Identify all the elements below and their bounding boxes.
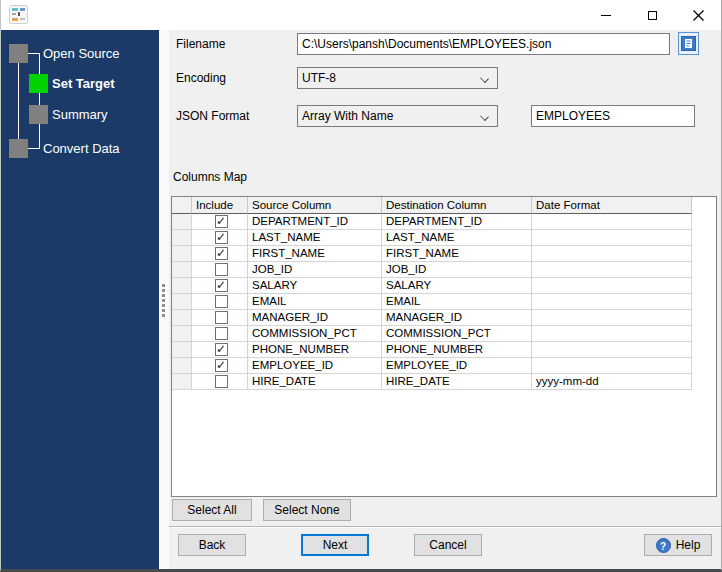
sidebar-splitter[interactable] — [159, 30, 169, 569]
app-icon — [9, 5, 28, 24]
date-format-cell — [532, 278, 692, 294]
include-checkbox[interactable] — [215, 327, 228, 340]
include-cell — [192, 342, 248, 358]
encoding-dropdown[interactable]: UTF-8 — [297, 67, 498, 89]
date-format-cell — [532, 294, 692, 310]
row-selector-cell[interactable] — [172, 358, 192, 374]
table-row[interactable]: EMPLOYEE_IDEMPLOYEE_ID — [172, 358, 692, 374]
close-button[interactable] — [675, 0, 721, 30]
include-checkbox[interactable] — [215, 311, 228, 324]
select-none-button[interactable]: Select None — [263, 499, 351, 521]
date-format-cell — [532, 310, 692, 326]
table-header-row: Include Source Column Destination Column… — [172, 197, 692, 214]
destination-column-cell: COMMISSION_PCT — [382, 326, 532, 342]
destination-column-cell: MANAGER_ID — [382, 310, 532, 326]
include-checkbox[interactable] — [215, 231, 228, 244]
destination-column-cell: SALARY — [382, 278, 532, 294]
button-bar-separator — [169, 526, 722, 527]
include-cell — [192, 294, 248, 310]
maximize-button[interactable] — [629, 0, 675, 30]
filename-label: Filename — [176, 37, 225, 52]
destination-column-cell: PHONE_NUMBER — [382, 342, 532, 358]
include-cell — [192, 310, 248, 326]
row-selector-cell[interactable] — [172, 278, 192, 294]
source-column-cell: FIRST_NAME — [248, 246, 382, 262]
columns-map-label: Columns Map — [173, 170, 247, 185]
row-selector-cell[interactable] — [172, 326, 192, 342]
select-all-button[interactable]: Select All — [172, 499, 252, 521]
next-button[interactable]: Next — [301, 534, 369, 556]
json-array-name-input[interactable] — [531, 105, 695, 127]
filename-input[interactable] — [297, 33, 670, 55]
table-row[interactable]: EMAILEMAIL — [172, 294, 692, 310]
columns-table-body: DEPARTMENT_IDDEPARTMENT_IDLAST_NAMELAST_… — [172, 214, 716, 390]
row-selector-cell[interactable] — [172, 374, 192, 390]
back-button[interactable]: Back — [178, 534, 246, 556]
wizard-window: Open Source Set Target Summary Convert D… — [0, 0, 722, 572]
table-row[interactable]: DEPARTMENT_IDDEPARTMENT_ID — [172, 214, 692, 230]
table-row[interactable]: HIRE_DATEHIRE_DATEyyyy-mm-dd — [172, 374, 692, 390]
source-column-cell: EMAIL — [248, 294, 382, 310]
include-checkbox[interactable] — [215, 375, 228, 388]
source-column-cell: MANAGER_ID — [248, 310, 382, 326]
destination-column-cell: HIRE_DATE — [382, 374, 532, 390]
browse-file-button[interactable] — [678, 32, 699, 55]
table-row[interactable]: PHONE_NUMBERPHONE_NUMBER — [172, 342, 692, 358]
step-label-convert-data: Convert Data — [43, 141, 120, 157]
date-format-cell — [532, 358, 692, 374]
encoding-selected-value: UTF-8 — [302, 71, 336, 85]
json-format-dropdown[interactable]: Array With Name — [297, 105, 498, 127]
row-selector-cell[interactable] — [172, 294, 192, 310]
destination-column-cell: EMAIL — [382, 294, 532, 310]
include-checkbox[interactable] — [215, 343, 228, 356]
step-indicator-open-source — [9, 44, 28, 63]
include-cell — [192, 246, 248, 262]
step-connector-line — [18, 63, 19, 148]
date-format-cell — [532, 342, 692, 358]
header-cell-date-format[interactable]: Date Format — [532, 197, 692, 214]
header-cell-source-column[interactable]: Source Column — [248, 197, 382, 214]
destination-column-cell: DEPARTMENT_ID — [382, 214, 532, 230]
minimize-button[interactable] — [583, 0, 629, 30]
date-format-cell — [532, 246, 692, 262]
row-selector-cell[interactable] — [172, 246, 192, 262]
table-row[interactable]: LAST_NAMELAST_NAME — [172, 230, 692, 246]
encoding-label: Encoding — [176, 71, 226, 86]
table-row[interactable]: FIRST_NAMEFIRST_NAME — [172, 246, 692, 262]
chevron-down-icon — [480, 74, 489, 83]
include-checkbox[interactable] — [215, 359, 228, 372]
include-checkbox[interactable] — [215, 279, 228, 292]
row-selector-cell[interactable] — [172, 214, 192, 230]
wizard-steps-sidebar: Open Source Set Target Summary Convert D… — [1, 30, 159, 569]
source-column-cell: COMMISSION_PCT — [248, 326, 382, 342]
row-selector-cell[interactable] — [172, 262, 192, 278]
header-cell-rowselector — [172, 197, 192, 214]
destination-column-cell: EMPLOYEE_ID — [382, 358, 532, 374]
include-checkbox[interactable] — [215, 263, 228, 276]
include-cell — [192, 358, 248, 374]
step-label-set-target: Set Target — [52, 76, 115, 92]
include-cell — [192, 214, 248, 230]
include-checkbox[interactable] — [215, 247, 228, 260]
date-format-cell — [532, 214, 692, 230]
file-document-icon — [681, 36, 696, 51]
include-checkbox[interactable] — [215, 295, 228, 308]
row-selector-cell[interactable] — [172, 342, 192, 358]
include-cell — [192, 326, 248, 342]
row-selector-cell[interactable] — [172, 310, 192, 326]
table-row[interactable]: JOB_IDJOB_ID — [172, 262, 692, 278]
help-button[interactable]: ? Help — [644, 534, 712, 556]
header-cell-include[interactable]: Include — [192, 197, 248, 214]
table-row[interactable]: MANAGER_IDMANAGER_ID — [172, 310, 692, 326]
header-cell-destination-column[interactable]: Destination Column — [382, 197, 532, 214]
row-selector-cell[interactable] — [172, 230, 192, 246]
table-row[interactable]: SALARYSALARY — [172, 278, 692, 294]
columns-map-table: Include Source Column Destination Column… — [171, 196, 717, 497]
include-checkbox[interactable] — [215, 215, 228, 228]
help-question-icon: ? — [656, 538, 671, 553]
cancel-button[interactable]: Cancel — [414, 534, 482, 556]
step-connector-line — [27, 148, 40, 149]
titlebar — [1, 0, 721, 30]
table-row[interactable]: COMMISSION_PCTCOMMISSION_PCT — [172, 326, 692, 342]
step-label-summary: Summary — [52, 107, 108, 123]
